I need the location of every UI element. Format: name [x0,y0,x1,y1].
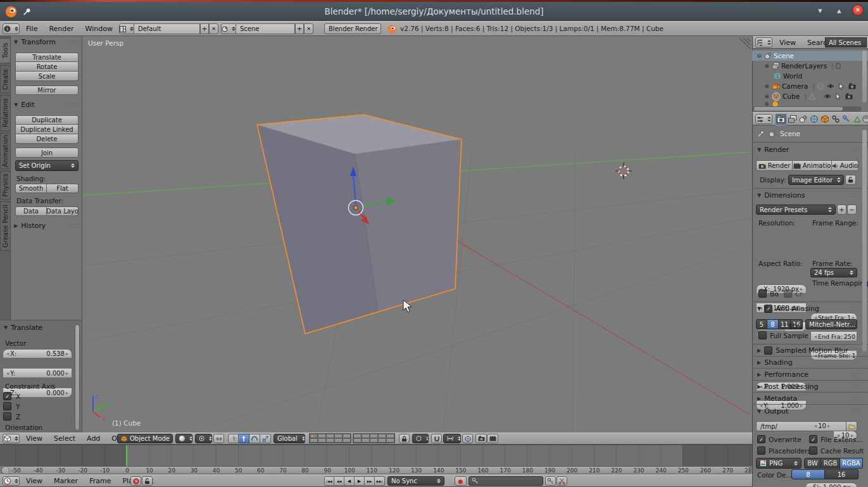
delete-keyframe-button[interactable] [557,476,567,486]
data-transfer-data-button[interactable]: Data [15,206,47,216]
display-lock-button[interactable] [845,175,856,185]
color-depth-16[interactable]: 16 [825,469,859,479]
edit-panel-header[interactable]: ▼Edit::::: [14,101,79,109]
pivot-align-toggle[interactable] [213,434,224,443]
constraint-z-checkbox[interactable]: Z [3,412,20,421]
delete-button[interactable]: Delete [15,134,79,144]
layer-cell[interactable] [318,438,326,443]
snap-element-select[interactable] [443,434,461,443]
layer-cell[interactable] [386,434,394,438]
layer-cell[interactable] [343,434,351,438]
operator-panel-header[interactable]: ▼Translate::::: [4,324,72,332]
editor-type-button-info[interactable]: i [3,23,20,34]
manipulator-axis-toggle[interactable] [228,434,239,443]
collapse-minus-icon[interactable]: ⊖ [756,53,762,59]
frame-rate-select[interactable]: 24 fps [810,268,857,277]
translate-button[interactable]: Translate [15,53,79,62]
file-format-select[interactable]: PNG [756,458,802,469]
transform-orientation-select[interactable]: Global [274,434,305,443]
pivot-point-select[interactable] [195,434,212,443]
placeholders-checkbox[interactable]: Placeholders [757,446,811,455]
collapse-plus-icon[interactable]: ⊕ [764,93,770,99]
shelf-tab-tools[interactable]: Tools [0,38,11,63]
editor-type-button-3dview[interactable] [3,434,20,443]
visibility-eye-icon[interactable] [824,93,831,99]
transform-panel-header[interactable]: ▼Transform::::: [14,38,79,46]
dimensions-panel-header[interactable]: ▼Dimensions::::: [757,191,861,199]
post-processing-panel-header[interactable]: ▶Post Processing::::: [757,383,861,391]
layer-cell[interactable] [334,434,343,438]
tab-constraints[interactable] [830,114,841,125]
file-extensions-checkbox[interactable]: ✓File Extens... [809,435,862,443]
shelf-tab-animation[interactable]: Animation [0,133,11,169]
menu-tl-marker[interactable]: Marker [48,477,84,485]
menu-tl-view[interactable]: View [20,477,48,485]
insert-keyframe-button[interactable] [545,476,556,486]
menu-view[interactable]: View [20,434,48,443]
visibility-eye-icon[interactable] [827,83,834,89]
layer-cell[interactable] [343,438,351,443]
scene-browse-button[interactable] [221,23,236,34]
scale-button[interactable]: Scale [15,72,79,81]
render-animation-button[interactable]: Animatio [793,160,832,171]
lock-frame-toggle[interactable] [142,476,153,486]
color-mode-rgba[interactable]: RGBA [840,458,863,469]
proportional-edit-select[interactable] [412,434,429,443]
layer-cell[interactable] [378,434,386,438]
outliner-row-cube[interactable]: ⊕ Cube | [752,91,868,101]
tab-scene[interactable] [798,114,808,125]
jump-to-start-button[interactable]: |◀◀ [324,476,334,486]
shelf-scrollbar[interactable] [75,324,80,431]
outliner-vscrollbar[interactable] [862,51,867,103]
selectability-cursor-icon[interactable] [838,83,845,90]
menu-outliner-view[interactable]: View [774,39,802,47]
outliner-filter-select[interactable]: All Scenes [825,37,867,47]
outliner-hscrollbar-track[interactable] [753,106,862,111]
outliner-row-renderlayers[interactable]: ⊕ RenderLayers | [752,61,868,71]
scene-add-button[interactable]: + [295,23,304,34]
mirror-button[interactable]: Mirror [15,85,79,95]
layout-browse-button[interactable] [119,23,134,34]
layer-cell[interactable] [362,438,370,443]
editor-type-button-outliner[interactable] [755,37,772,47]
constraint-y-checkbox[interactable]: Y [3,402,20,410]
layer-cell[interactable] [378,438,386,443]
layer-cell[interactable] [334,438,343,443]
scene-name-field[interactable]: Scene [236,23,295,34]
shelf-tab-relations[interactable]: Relations [0,95,11,131]
color-depth-8[interactable]: 8 [791,469,825,479]
join-button[interactable]: Join [15,148,79,158]
collapse-plus-icon[interactable]: ⊕ [764,83,770,89]
menu-tl-frame[interactable]: Frame [84,477,116,485]
layout-delete-button[interactable]: ✕ [209,23,218,34]
snap-toggle[interactable] [431,434,442,443]
keying-set-field[interactable] [469,476,543,486]
menu-select[interactable]: Select [48,434,81,443]
metadata-panel-header[interactable]: ▶Metadata::::: [757,395,861,403]
output-panel-header[interactable]: ▼Output::::: [757,407,861,415]
interaction-mode-select[interactable]: Object Mode [117,434,173,443]
render-panel-header[interactable]: ▼Render::::: [757,146,861,154]
layer-cell[interactable] [353,438,362,443]
frame-end-prop-field[interactable]: ◂End Fra:250▸ [810,332,857,341]
render-audio-button[interactable]: Audio [832,160,859,171]
play-reverse-button[interactable]: ◀ [344,476,355,486]
layers-grid-1[interactable] [309,433,351,443]
overwrite-checkbox[interactable]: ✓Overwrite [757,435,802,443]
editor-type-button-properties[interactable] [755,114,772,124]
layers-grid-2[interactable] [353,433,395,443]
viewport-shading-select[interactable] [175,434,192,443]
layer-cell[interactable] [310,438,318,443]
menu-render[interactable]: Render [43,25,79,33]
layer-cell[interactable] [326,438,334,443]
layer-cell[interactable] [370,438,378,443]
scene-delete-button[interactable]: ✕ [304,23,313,34]
duplicate-linked-button[interactable]: Duplicate Linked [15,125,79,134]
selectability-cursor-icon[interactable] [835,93,841,100]
renderability-camera-icon[interactable] [848,83,856,89]
aa-samples-5[interactable]: 5 [756,319,767,329]
rotate-button[interactable]: Rotate [15,62,79,72]
sync-mode-select[interactable]: No Sync [387,476,444,486]
viewport-canvas[interactable]: z y x [0,36,752,433]
collapse-plus-icon[interactable]: ⊕ [764,63,770,69]
